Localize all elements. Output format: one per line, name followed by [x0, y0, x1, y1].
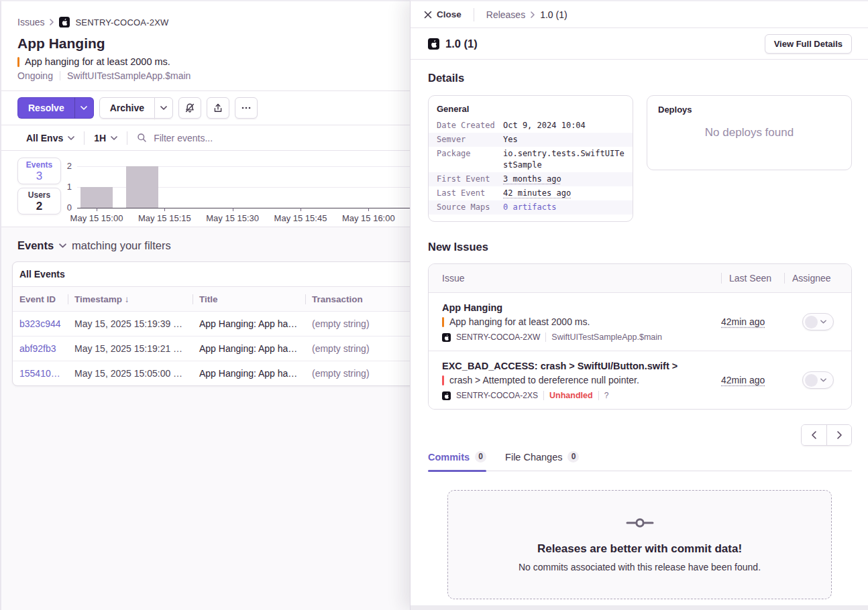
x-axis-label: May 15 16:00 — [328, 213, 409, 223]
last-event-value[interactable]: 42 minutes ago — [503, 188, 625, 199]
meta-divider — [543, 391, 544, 400]
event-id-link[interactable]: 15541018 — [13, 368, 68, 379]
chart-bar — [126, 166, 158, 208]
git-commit-icon — [626, 517, 654, 529]
column-event-id: Event ID — [13, 294, 68, 304]
kv-row: Last Event 42 minutes ago — [429, 186, 633, 200]
previous-page-button[interactable] — [802, 425, 826, 445]
time-range-filter[interactable]: 1H — [94, 133, 117, 143]
unhandled-tag: Unhandled — [549, 391, 593, 400]
issue-message: App hanging for at least 2000 ms. — [25, 56, 170, 67]
assignee-selector[interactable] — [802, 371, 834, 389]
users-stat-label: Users — [18, 190, 60, 200]
kv-row: First Event 3 months ago — [429, 172, 633, 186]
breadcrumb-issues-link[interactable]: Issues — [17, 17, 44, 27]
issue-substatus: Ongoing — [17, 70, 53, 81]
general-card-title: General — [429, 104, 633, 119]
more-actions-button[interactable] — [235, 97, 258, 119]
mute-button[interactable] — [178, 97, 201, 119]
share-button[interactable] — [207, 97, 229, 119]
new-issues-table: Issue Last Seen Assignee App Hanging App… — [428, 263, 852, 410]
kv-row: Semver Yes — [429, 133, 633, 147]
column-title: Title — [193, 294, 305, 304]
help-icon[interactable]: ? — [604, 391, 609, 400]
column-timestamp[interactable]: Timestamp ↓ — [68, 294, 193, 304]
resolve-button[interactable]: Resolve — [17, 97, 75, 119]
column-issue: Issue — [429, 273, 721, 284]
ellipsis-icon — [241, 103, 252, 113]
tab-commits[interactable]: Commits 0 — [428, 451, 486, 471]
close-icon — [424, 11, 432, 19]
events-heading-dropdown[interactable]: Events — [17, 239, 54, 252]
events-stat-toggle[interactable]: Events 3 — [17, 158, 61, 184]
issue-level-indicator — [17, 57, 19, 67]
chevron-down-icon[interactable] — [59, 243, 66, 248]
drawer-header-divider — [474, 8, 474, 21]
apple-platform-icon — [59, 17, 70, 27]
issue-row-title[interactable]: App Hanging — [442, 302, 721, 314]
meta-divider — [545, 332, 546, 342]
new-issues-heading: New Issues — [428, 241, 852, 253]
apple-platform-icon — [442, 391, 451, 400]
assignee-avatar — [805, 374, 818, 387]
release-title-row: 1.0 (1) View Full Details — [411, 28, 868, 60]
first-event-value[interactable]: 3 months ago — [503, 174, 625, 185]
issue-culprit: SwiftUITestSampleApp.$main — [67, 70, 191, 81]
commits-empty-title: Releases are better with commit data! — [537, 542, 742, 556]
assignee-selector[interactable] — [802, 313, 834, 330]
release-version-title: 1.0 (1) — [445, 38, 759, 50]
kv-row: Date Created Oct 9, 2024 10:04 — [429, 119, 633, 133]
next-page-button[interactable] — [826, 425, 851, 445]
issue-row-culprit: SwiftUITestSampleApp.$main — [551, 332, 662, 342]
issue-level-indicator — [442, 375, 444, 385]
search-icon — [137, 133, 147, 143]
event-timestamp: May 15, 2025 15:19:39 EDT — [68, 318, 193, 329]
filter-divider — [127, 131, 127, 145]
issue-row-exc-bad-access[interactable]: EXC_BAD_ACCESS: crash > SwiftUI/Button.s… — [429, 351, 851, 409]
bell-slash-icon — [184, 103, 195, 113]
issue-last-seen[interactable]: 42min ago — [721, 316, 765, 327]
event-title: App Hanging: App hanging for at least 20… — [193, 368, 305, 379]
chevron-right-icon — [50, 19, 54, 25]
issue-row-message: App hanging for at least 2000 ms. — [449, 316, 590, 328]
environment-filter[interactable]: All Envs — [26, 133, 74, 143]
file-changes-count-badge: 0 — [567, 451, 579, 463]
chevron-right-icon — [837, 431, 842, 439]
apple-platform-icon — [428, 38, 439, 50]
horizontal-scrollbar — [411, 605, 868, 610]
sort-desc-icon: ↓ — [125, 294, 129, 304]
archive-dropdown-button[interactable] — [154, 97, 173, 119]
drawer-close-button[interactable]: Close — [424, 9, 462, 19]
commits-count-badge: 0 — [475, 451, 486, 463]
kv-row: Package io.sentry.tests.SwiftUITestSampl… — [429, 147, 633, 172]
users-stat-toggle[interactable]: Users 2 — [17, 188, 61, 215]
drawer-header: Close Releases 1.0 (1) — [411, 1, 868, 28]
event-timestamp: May 15, 2025 15:19:21 EDT — [68, 343, 193, 354]
filter-divider — [84, 131, 85, 145]
issue-row-app-hanging[interactable]: App Hanging App hanging for at least 200… — [429, 292, 851, 351]
chevron-left-icon — [812, 431, 816, 439]
issue-row-short-id: SENTRY-COCOA-2XS — [456, 391, 538, 400]
view-full-details-button[interactable]: View Full Details — [765, 34, 852, 54]
issue-short-id: SENTRY-COCOA-2XW — [75, 17, 168, 27]
apple-platform-icon — [442, 333, 451, 342]
upload-icon — [213, 103, 223, 113]
commits-empty-state: Releases are better with commit data! No… — [447, 490, 832, 599]
event-id-link[interactable]: b323c944 — [13, 318, 68, 329]
releases-breadcrumb-link[interactable]: Releases — [486, 9, 525, 20]
chevron-down-icon — [80, 106, 87, 110]
issue-row-message: crash > Attempted to dereference null po… — [449, 374, 639, 386]
events-stat-value: 3 — [18, 170, 60, 182]
tab-file-changes[interactable]: File Changes 0 — [505, 451, 579, 471]
chevron-down-icon — [160, 106, 167, 110]
issue-row-title[interactable]: EXC_BAD_ACCESS: crash > SwiftUI/Button.s… — [442, 360, 721, 373]
deploys-card: Deploys No deploys found — [647, 95, 852, 170]
archive-button[interactable]: Archive — [99, 97, 155, 119]
resolve-dropdown-button[interactable] — [75, 97, 94, 119]
event-id-link[interactable]: abf92fb3 — [13, 343, 68, 354]
source-maps-link[interactable]: 0 artifacts — [503, 202, 625, 213]
events-heading-suffix: matching your filters — [72, 239, 171, 252]
issue-last-seen[interactable]: 42min ago — [721, 375, 765, 385]
assignee-avatar — [805, 316, 818, 328]
meta-divider — [598, 391, 599, 400]
